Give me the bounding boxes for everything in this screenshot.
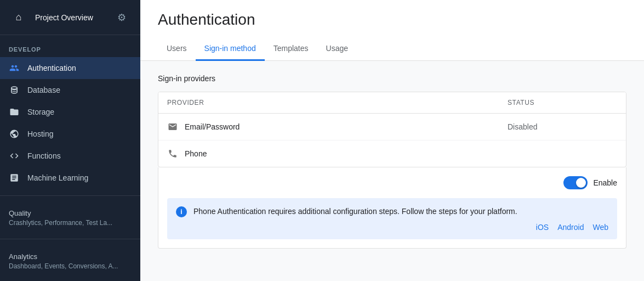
- info-box: i Phone Authentication requires addition…: [167, 198, 617, 239]
- sidebar-item-storage[interactable]: Storage: [0, 101, 140, 123]
- quality-section[interactable]: Quality Crashlytics, Performance, Test L…: [0, 203, 140, 232]
- info-links: iOS Android Web: [193, 223, 608, 232]
- table-row-email[interactable]: Email/Password Disabled: [158, 114, 626, 140]
- sidebar-item-hosting-label: Hosting: [27, 130, 53, 138]
- home-icon[interactable]: ⌂: [9, 8, 29, 27]
- main-content: Authentication Users Sign-in method Temp…: [140, 0, 644, 281]
- col-provider-header: Provider: [167, 99, 508, 106]
- analytics-section[interactable]: Analytics Dashboard, Events, Conversions…: [0, 246, 140, 276]
- phone-expanded-section: Enable i Phone Authentication requires a…: [158, 167, 626, 249]
- authentication-icon: [9, 63, 20, 74]
- quality-title: Quality: [9, 205, 132, 218]
- sidebar-header: ⌂ Project Overview ⚙: [0, 0, 140, 35]
- sidebar-item-database[interactable]: Database: [0, 79, 140, 101]
- settings-icon[interactable]: ⚙: [112, 8, 132, 27]
- page-title: Authentication: [158, 11, 626, 29]
- sidebar-item-machine-learning[interactable]: Machine Learning: [0, 167, 140, 189]
- android-link[interactable]: Android: [557, 223, 584, 232]
- main-body: Sign-in providers Provider Status Email/…: [140, 61, 644, 281]
- phone-provider-cell: Phone: [167, 148, 508, 159]
- enable-toggle[interactable]: [563, 176, 588, 189]
- col-status-header: Status: [508, 99, 617, 106]
- analytics-title: Analytics: [9, 248, 132, 262]
- sidebar-divider-2: [0, 239, 140, 239]
- sidebar-item-hosting[interactable]: Hosting: [0, 123, 140, 145]
- storage-icon: [9, 106, 20, 117]
- tabs-bar: Users Sign-in method Templates Usage: [158, 37, 626, 60]
- ios-link[interactable]: iOS: [536, 223, 549, 232]
- enable-row: Enable: [167, 176, 617, 189]
- email-provider-name: Email/Password: [185, 122, 240, 131]
- functions-icon: [9, 150, 20, 161]
- sidebar-item-functions[interactable]: Functions: [0, 145, 140, 167]
- project-name: Project Overview: [35, 13, 105, 22]
- ml-icon: [9, 172, 20, 183]
- sidebar-item-functions-label: Functions: [27, 151, 61, 160]
- info-message: Phone Authentication requires additional…: [193, 206, 608, 217]
- provider-table: Provider Status Email/Password Disabled: [158, 92, 626, 167]
- sign-in-providers-title: Sign-in providers: [158, 74, 626, 83]
- sidebar-item-ml-label: Machine Learning: [27, 173, 88, 182]
- sidebar-item-database-label: Database: [27, 86, 60, 94]
- email-status: Disabled: [508, 122, 617, 131]
- table-header: Provider Status: [158, 92, 626, 114]
- info-icon: i: [176, 206, 187, 217]
- main-header: Authentication Users Sign-in method Temp…: [140, 0, 644, 61]
- database-icon: [9, 85, 20, 95]
- hosting-icon: [9, 128, 20, 139]
- phone-provider-name: Phone: [185, 149, 207, 158]
- info-text-container: Phone Authentication requires additional…: [193, 206, 608, 232]
- tab-users[interactable]: Users: [158, 37, 196, 61]
- email-provider-cell: Email/Password: [167, 121, 508, 132]
- develop-section-label: Develop: [0, 35, 140, 57]
- tab-templates[interactable]: Templates: [265, 37, 317, 61]
- web-link[interactable]: Web: [592, 223, 608, 232]
- analytics-items: Dashboard, Events, Conversions, A...: [9, 262, 132, 271]
- phone-icon: [167, 148, 178, 159]
- sidebar-item-storage-label: Storage: [27, 108, 54, 116]
- tab-usage[interactable]: Usage: [317, 37, 357, 61]
- enable-label: Enable: [593, 178, 617, 187]
- sidebar: ⌂ Project Overview ⚙ Develop Authenticat…: [0, 0, 140, 281]
- email-icon: [167, 121, 178, 132]
- table-row-phone[interactable]: Phone: [158, 140, 626, 167]
- sidebar-item-authentication[interactable]: Authentication: [0, 57, 140, 79]
- sidebar-divider-1: [0, 195, 140, 196]
- sidebar-item-authentication-label: Authentication: [27, 64, 76, 72]
- tab-sign-in-method[interactable]: Sign-in method: [196, 37, 265, 61]
- quality-items: Crashlytics, Performance, Test La...: [9, 218, 132, 228]
